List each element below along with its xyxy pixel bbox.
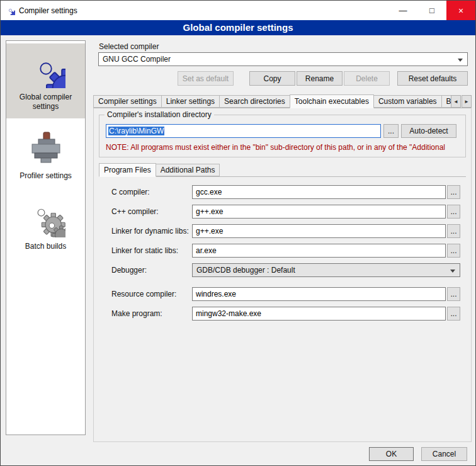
profiler-tool-icon <box>28 130 64 167</box>
debugger-label: Debugger: <box>111 266 147 275</box>
toolchain-executables-page: Compiler's installation directory C:\ray… <box>93 108 472 442</box>
cancel-button[interactable]: Cancel <box>421 447 467 461</box>
resource-compiler-browse-button[interactable]: ... <box>447 287 460 301</box>
compiler-settings-dialog: Compiler settings — □ × Global compiler … <box>0 0 476 466</box>
sidebar-item-label: Global compiler settings <box>8 93 83 111</box>
tab-build-options-clipped[interactable]: Buil <box>441 95 451 108</box>
make-program-row: Make program: ... <box>99 307 466 321</box>
settings-tabstrip: Compiler settings Linker settings Search… <box>93 94 472 108</box>
cpp-compiler-browse-button[interactable]: ... <box>447 205 460 219</box>
tab-search-directories[interactable]: Search directories <box>219 95 290 108</box>
static-linker-label: Linker for static libs: <box>111 246 178 255</box>
set-as-default-button[interactable]: Set as default <box>178 71 234 86</box>
tab-scroll-left-icon[interactable]: ◄ <box>451 95 461 108</box>
delete-button[interactable]: Delete <box>344 71 390 86</box>
installation-directory-value: C:\raylib\MinGW <box>108 127 164 135</box>
c-compiler-browse-button[interactable]: ... <box>447 185 460 199</box>
tab-compiler-settings[interactable]: Compiler settings <box>93 95 162 108</box>
c-compiler-input[interactable] <box>192 185 446 199</box>
static-linker-browse-button[interactable]: ... <box>447 244 460 258</box>
make-program-browse-button[interactable]: ... <box>447 307 460 321</box>
static-linker-input[interactable] <box>192 244 446 258</box>
debugger-select[interactable]: GDB/CDB debugger : Default <box>192 263 460 277</box>
debugger-row: Debugger: GDB/CDB debugger : Default <box>99 263 466 277</box>
compiler-actions: Set as default Copy Rename Delete Reset … <box>98 71 468 86</box>
cpp-compiler-row: C++ compiler: ... <box>99 205 466 219</box>
c-compiler-row: C compiler: ... <box>99 185 466 199</box>
sidebar-item-batch-builds[interactable]: Batch builds <box>6 194 85 258</box>
tab-custom-variables[interactable]: Custom variables <box>373 95 442 108</box>
auto-detect-button[interactable]: Auto-detect <box>401 124 456 138</box>
debugger-value: GDB/CDB debugger : Default <box>196 266 295 275</box>
tab-scroll-right-icon[interactable]: ► <box>462 95 472 108</box>
sidebar-item-global-compiler-settings[interactable]: Global compiler settings <box>6 43 85 118</box>
resource-compiler-row: Resource compiler: ... <box>99 287 466 301</box>
installation-directory-input[interactable]: C:\raylib\MinGW <box>106 124 381 138</box>
blue-gear-icon <box>26 49 65 88</box>
tab-toolchain-executables[interactable]: Toolchain executables <box>290 94 374 108</box>
chevron-down-icon <box>450 270 455 273</box>
dynamic-linker-row: Linker for dynamic libs: ... <box>99 224 466 238</box>
make-program-input[interactable] <box>192 307 446 321</box>
dialog-header: Global compiler settings <box>1 20 475 35</box>
cpp-compiler-input[interactable] <box>192 205 446 219</box>
installation-directory-title: Compiler's installation directory <box>105 110 214 119</box>
installation-directory-browse-button[interactable]: ... <box>383 124 399 138</box>
titlebar: Compiler settings — □ × <box>1 1 475 20</box>
sidebar-item-label: Profiler settings <box>20 171 72 181</box>
selected-compiler-select[interactable]: GNU GCC Compiler <box>98 52 468 66</box>
c-compiler-label: C compiler: <box>111 188 150 196</box>
installation-directory-group: Compiler's installation directory C:\ray… <box>99 115 466 157</box>
ok-button[interactable]: OK <box>369 447 414 461</box>
minimize-button[interactable]: — <box>388 1 417 20</box>
dynamic-linker-browse-button[interactable]: ... <box>447 224 460 238</box>
app-gear-icon <box>6 6 15 15</box>
installation-directory-row: C:\raylib\MinGW ... Auto-detect <box>106 124 456 138</box>
close-button[interactable]: × <box>446 1 475 20</box>
cpp-compiler-label: C++ compiler: <box>111 207 159 216</box>
sidebar-item-profiler-settings[interactable]: Profiler settings <box>6 125 85 188</box>
reset-defaults-button[interactable]: Reset defaults <box>397 71 468 86</box>
dynamic-linker-label: Linker for dynamic libs: <box>111 227 189 236</box>
tab-additional-paths[interactable]: Additional Paths <box>156 164 220 176</box>
static-linker-row: Linker for static libs: ... <box>99 244 466 258</box>
chevron-down-icon <box>458 59 463 62</box>
tab-scroll-buttons: ◄ ► <box>451 95 472 108</box>
sidebar-item-label: Batch builds <box>25 242 66 251</box>
make-program-label: Make program: <box>111 309 162 318</box>
program-tabstrip: Program Files Additional Paths <box>99 163 219 176</box>
sidebar: Global compiler settings Profiler settin… <box>6 40 86 435</box>
selected-compiler-label: Selected compiler <box>99 42 159 51</box>
gray-gears-icon <box>26 200 65 237</box>
caption-buttons: — □ × <box>388 1 475 20</box>
tab-program-files[interactable]: Program Files <box>99 163 156 177</box>
dynamic-linker-input[interactable] <box>192 224 446 238</box>
rename-button[interactable]: Rename <box>297 71 343 86</box>
selected-compiler-value: GNU GCC Compiler <box>103 55 171 64</box>
bin-subdirectory-note: NOTE: All programs must exist either in … <box>106 143 464 152</box>
resource-compiler-input[interactable] <box>192 287 446 301</box>
maximize-button[interactable]: □ <box>417 1 446 20</box>
resource-compiler-label: Resource compiler: <box>111 290 176 298</box>
tab-linker-settings[interactable]: Linker settings <box>161 95 220 108</box>
program-files-page: C compiler: ... C++ compiler: ... Linker… <box>99 176 466 436</box>
copy-button[interactable]: Copy <box>249 71 295 86</box>
window-title: Compiler settings <box>19 6 77 15</box>
